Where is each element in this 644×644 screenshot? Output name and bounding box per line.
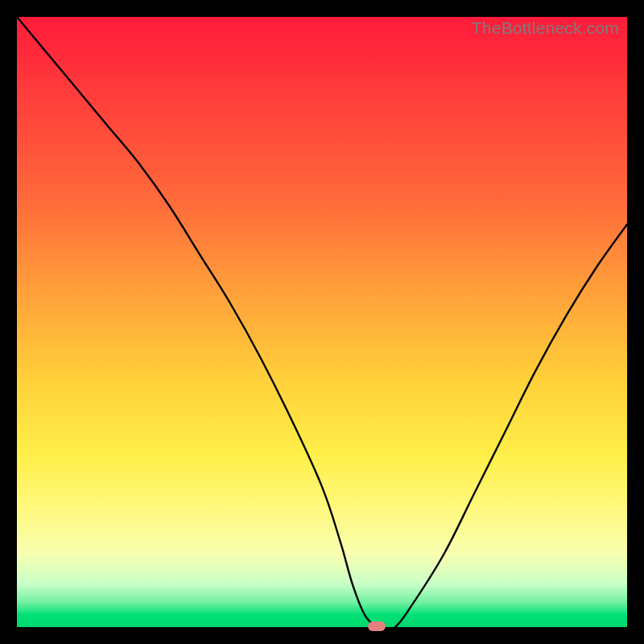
plot-area: TheBottleneck.com xyxy=(17,17,627,627)
chart-frame: TheBottleneck.com xyxy=(0,0,644,644)
optimal-point-marker xyxy=(368,621,386,631)
bottleneck-curve xyxy=(17,17,627,627)
